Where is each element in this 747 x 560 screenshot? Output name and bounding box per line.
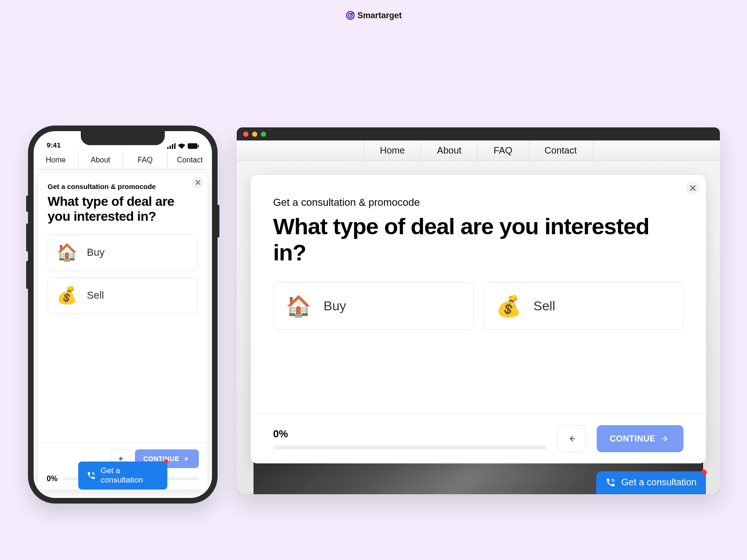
option-buy[interactable]: 🏠 Buy [273, 282, 474, 330]
status-time: 9:41 [47, 141, 61, 149]
traffic-light-close[interactable] [243, 132, 248, 137]
house-icon: 🏠 [286, 296, 311, 316]
notification-dot [701, 469, 707, 475]
close-button[interactable] [686, 182, 699, 195]
status-icons [167, 143, 199, 149]
phone-call-icon [606, 477, 616, 488]
browser-nav: Home About FAQ Contact [237, 140, 720, 161]
svg-rect-7 [198, 145, 199, 147]
status-bar: 9:41 [34, 131, 212, 151]
nav-home[interactable]: Home [364, 140, 421, 161]
cta-label: Get a consultation [621, 477, 697, 488]
progress-label: 0% [273, 428, 546, 440]
card-title: What type of deal are you interested in? [48, 194, 198, 224]
close-button[interactable] [192, 177, 204, 188]
card-subtitle: Get a consultation & promocode [48, 182, 198, 190]
moneybag-icon: 💰 [56, 287, 78, 304]
svg-rect-4 [172, 144, 173, 149]
nav-about[interactable]: About [421, 140, 478, 161]
option-sell[interactable]: 💰 Sell [483, 282, 684, 330]
phone-mockup: 9:41 Home About FAQ Contact nulla vita G… [28, 126, 218, 504]
cta-label: Get a consultation [101, 466, 159, 485]
nav-home[interactable]: Home [34, 151, 78, 169]
continue-label: CONTINUE [610, 434, 655, 444]
notification-dot [164, 459, 169, 464]
phone-call-icon [87, 470, 96, 481]
browser-titlebar [237, 127, 720, 140]
svg-rect-2 [167, 147, 169, 149]
svg-rect-6 [188, 143, 197, 149]
arrow-left-icon [567, 434, 576, 443]
continue-button[interactable]: CONTINUE [597, 425, 684, 452]
phone-nav: Home About FAQ Contact [34, 151, 212, 169]
brand-logo: Smartarget [345, 10, 402, 21]
progress-label: 0% [47, 475, 57, 483]
option-label: Buy [324, 299, 346, 314]
option-label: Buy [87, 246, 105, 259]
nav-faq[interactable]: FAQ [123, 151, 168, 169]
traffic-light-maximize[interactable] [261, 132, 266, 137]
back-button[interactable] [557, 425, 585, 452]
card-footer: 0% CONTINUE [251, 413, 706, 463]
consultation-button[interactable]: Get a consultation [78, 462, 168, 490]
traffic-light-minimize[interactable] [252, 132, 257, 137]
moneybag-icon: 💰 [496, 296, 521, 316]
battery-icon [188, 143, 199, 149]
browser-viewport: Home About FAQ Contact Get a consultatio… [237, 140, 720, 494]
survey-card: Get a consultation & promocode What type… [251, 175, 706, 463]
svg-rect-3 [169, 146, 171, 149]
house-icon: 🏠 [56, 244, 78, 261]
progress-bar [273, 446, 546, 449]
browser-mockup: Home About FAQ Contact Get a consultatio… [237, 127, 720, 494]
nav-contact[interactable]: Contact [168, 151, 212, 169]
nav-contact[interactable]: Contact [529, 140, 593, 161]
wifi-icon [178, 143, 185, 149]
consultation-button[interactable]: Get a consultation [596, 471, 706, 494]
arrow-right-icon [183, 455, 190, 462]
card-title: What type of deal are you interested in? [273, 213, 684, 266]
close-icon [690, 185, 696, 191]
signal-icon [167, 143, 176, 149]
option-buy[interactable]: 🏠 Buy [48, 234, 198, 271]
option-label: Sell [87, 289, 104, 301]
nav-about[interactable]: About [78, 151, 123, 169]
svg-rect-5 [174, 143, 176, 149]
arrow-right-icon [661, 434, 670, 443]
close-icon [196, 180, 200, 185]
card-subtitle: Get a consultation & promocode [273, 196, 684, 209]
option-sell[interactable]: 💰 Sell [48, 277, 198, 314]
nav-faq[interactable]: FAQ [478, 140, 529, 161]
phone-screen: 9:41 Home About FAQ Contact nulla vita G… [34, 131, 212, 498]
brand-name: Smartarget [357, 11, 402, 21]
target-icon [345, 10, 355, 21]
survey-card: Get a consultation & promocode What type… [38, 173, 207, 490]
option-label: Sell [534, 299, 556, 314]
